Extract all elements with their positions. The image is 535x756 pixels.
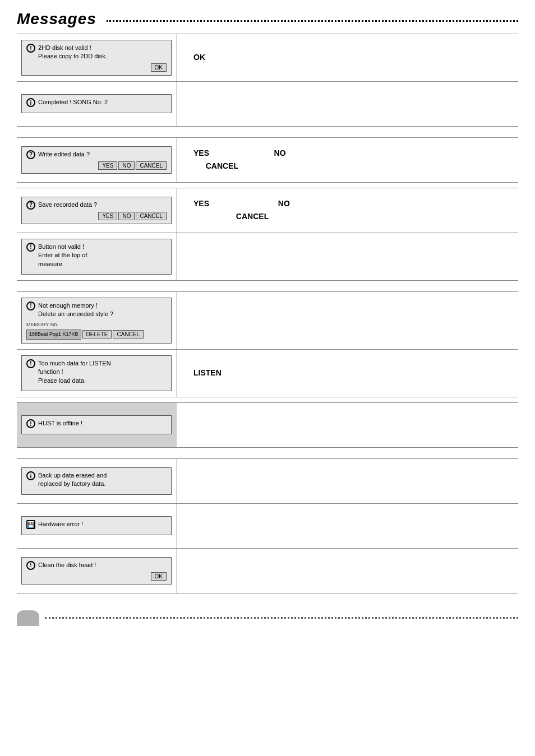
disk-icon-hardware-error: 💾: [26, 520, 35, 529]
cancel-button-save-recorded[interactable]: CANCEL: [136, 212, 167, 220]
dialog-header-save-recorded: ? Save recorded data ?: [26, 201, 167, 210]
desc-listen-key: LISTEN: [193, 368, 222, 377]
desc-cancel-key: CANCEL: [206, 161, 238, 170]
dialog-box-hust-offline: ! HUST is offline !: [21, 415, 172, 434]
desc-panel-not-enough-memory: [177, 292, 518, 349]
header-dots-line: [107, 20, 518, 22]
dialog-panel-completed: i Completed ! SONG No. 2: [17, 82, 177, 126]
exclaim-icon-too-much-data: !: [26, 359, 35, 368]
message-row-too-much-data: ! Too much data for LISTENfunction !Plea…: [17, 350, 518, 397]
desc-no-key: NO: [274, 149, 286, 157]
dialog-panel-write-edited: ? Write edited data ? YES NO CANCEL: [17, 138, 177, 182]
desc-panel-hardware-error: [177, 504, 518, 548]
desc-text-write-edited: YES NO CANCEL: [193, 147, 501, 173]
yes-button-write-edited[interactable]: YES: [98, 161, 117, 170]
no-button-save-recorded[interactable]: NO: [118, 212, 135, 220]
dialog-buttons-clean-disk-head: OK: [26, 572, 167, 581]
dialog-text-save-recorded: Save recorded data ?: [38, 201, 97, 209]
message-row-hardware-error: 💾 Hardware error !: [17, 504, 518, 549]
dialog-box-write-edited: ? Write edited data ? YES NO CANCEL: [21, 146, 172, 174]
desc-text-save-recorded: YES NO CANCEL: [193, 197, 501, 223]
dialog-panel-hust-offline: ! HUST is offline !: [17, 403, 177, 447]
dialog-panel-button-not-valid: ! Button not valid !Enter at the top ofm…: [17, 233, 177, 280]
dialog-header-write-edited: ? Write edited data ?: [26, 150, 167, 159]
dialog-box-too-much-data: ! Too much data for LISTENfunction !Plea…: [21, 355, 172, 391]
dialog-header-backup-erased: i Back up data erased andreplaced by fac…: [26, 471, 167, 489]
dialog-buttons-write-edited: YES NO CANCEL: [26, 161, 167, 170]
dialog-text-button-not-valid: Button not valid !Enter at the top ofmea…: [38, 243, 87, 268]
dialog-text-not-enough-memory: Not enough memory !Delete an unneeded st…: [38, 302, 113, 319]
cancel-button-write-edited[interactable]: CANCEL: [136, 161, 167, 170]
desc-panel-hust-offline: [177, 403, 518, 447]
delete-button-memory[interactable]: DELETE: [82, 330, 112, 338]
dialog-box-completed: i Completed ! SONG No. 2: [21, 94, 172, 113]
ok-button-clean-disk-head[interactable]: OK: [151, 572, 167, 581]
desc-yes-key-save: YES: [193, 199, 209, 208]
dialog-header-completed: i Completed ! SONG No. 2: [26, 98, 167, 107]
dialog-text-2hd: 2HD disk not valid !Please copy to 2DD d…: [38, 44, 107, 61]
message-row-hust-offline: ! HUST is offline !: [17, 403, 518, 448]
dialog-header-2hd: ! 2HD disk not valid !Please copy to 2DD…: [26, 44, 167, 61]
dialog-panel-not-enough-memory: ! Not enough memory !Delete an unneeded …: [17, 292, 177, 349]
no-button-write-edited[interactable]: NO: [118, 161, 135, 170]
desc-cancel-key-save: CANCEL: [236, 212, 269, 221]
dialog-box-hardware-error: 💾 Hardware error !: [21, 516, 172, 535]
spacer-row-2: [17, 183, 518, 188]
question-icon-write-edited: ?: [26, 150, 35, 159]
dialog-text-hardware-error: Hardware error !: [38, 520, 83, 528]
desc-text-2hd: OK: [193, 51, 501, 64]
dialog-panel-clean-disk-head: ! Clean the disk head ! OK: [17, 549, 177, 593]
memory-selector[interactable]: 188Beat Pop1 K17KB: [26, 330, 81, 340]
dialog-panel-save-recorded: ? Save recorded data ? YES NO CANCEL: [17, 188, 177, 233]
desc-panel-write-edited: YES NO CANCEL: [177, 138, 518, 182]
desc-no-key-save: NO: [278, 199, 290, 208]
dialog-header-not-enough-memory: ! Not enough memory !Delete an unneeded …: [26, 302, 167, 319]
message-row-not-enough-memory: ! Not enough memory !Delete an unneeded …: [17, 292, 518, 350]
dialog-panel-backup-erased: i Back up data erased andreplaced by fac…: [17, 459, 177, 503]
dialog-header-button-not-valid: ! Button not valid !Enter at the top ofm…: [26, 243, 167, 268]
dialog-text-completed: Completed ! SONG No. 2: [38, 98, 108, 106]
dialog-panel-too-much-data: ! Too much data for LISTENfunction !Plea…: [17, 350, 177, 397]
desc-ok-key: OK: [193, 53, 205, 62]
bottom-bar: [0, 610, 535, 626]
cancel-button-memory[interactable]: CANCEL: [113, 330, 144, 338]
desc-text-too-much-data: LISTEN: [193, 367, 501, 379]
bottom-dots: [45, 617, 518, 619]
desc-panel-too-much-data: LISTEN: [177, 350, 518, 397]
exclaim-icon-2hd: !: [26, 44, 35, 53]
dialog-text-write-edited: Write edited data ?: [38, 150, 90, 159]
bottom-tab: [17, 610, 39, 626]
dialog-header-clean-disk-head: ! Clean the disk head !: [26, 561, 167, 570]
yes-button-save-recorded[interactable]: YES: [98, 212, 117, 220]
page-title: Messages: [17, 10, 96, 28]
info-icon-completed: i: [26, 98, 35, 107]
desc-panel-clean-disk-head: [177, 549, 518, 593]
dialog-box-button-not-valid: ! Button not valid !Enter at the top ofm…: [21, 239, 172, 275]
info-icon-backup-erased: i: [26, 471, 35, 480]
dialog-box-not-enough-memory: ! Not enough memory !Delete an unneeded …: [21, 298, 172, 344]
exclaim-icon-hust-offline: !: [26, 419, 35, 428]
dialog-text-backup-erased: Back up data erased andreplaced by facto…: [38, 471, 107, 489]
desc-panel-backup-erased: [177, 459, 518, 503]
message-row-write-edited: ? Write edited data ? YES NO CANCEL YES …: [17, 138, 518, 183]
message-row-button-not-valid: ! Button not valid !Enter at the top ofm…: [17, 233, 518, 281]
exclaim-icon-clean-disk-head: !: [26, 561, 35, 570]
desc-panel-save-recorded: YES NO CANCEL: [177, 188, 518, 233]
dialog-box-save-recorded: ? Save recorded data ? YES NO CANCEL: [21, 197, 172, 224]
message-row-save-recorded: ? Save recorded data ? YES NO CANCEL YES…: [17, 188, 518, 233]
memory-label: MEMORY No.: [26, 321, 167, 329]
dialog-box-backup-erased: i Back up data erased andreplaced by fac…: [21, 467, 172, 495]
ok-button-2hd[interactable]: OK: [151, 63, 167, 72]
exclaim-icon-not-enough-memory: !: [26, 302, 35, 310]
dialog-text-hust-offline: HUST is offline !: [38, 419, 82, 428]
question-icon-save-recorded: ?: [26, 201, 35, 210]
dialog-header-hardware-error: 💾 Hardware error !: [26, 520, 167, 529]
dialog-panel-2hd: ! 2HD disk not valid !Please copy to 2DD…: [17, 34, 177, 81]
desc-panel-2hd: OK: [177, 34, 518, 81]
dialog-buttons-2hd: OK: [26, 63, 167, 72]
message-row-backup-erased: i Back up data erased andreplaced by fac…: [17, 459, 518, 504]
dialog-header-hust-offline: ! HUST is offline !: [26, 419, 167, 428]
page-header: Messages: [0, 0, 535, 34]
message-row-completed: i Completed ! SONG No. 2: [17, 82, 518, 127]
main-content: ! 2HD disk not valid !Please copy to 2DD…: [0, 34, 535, 593]
